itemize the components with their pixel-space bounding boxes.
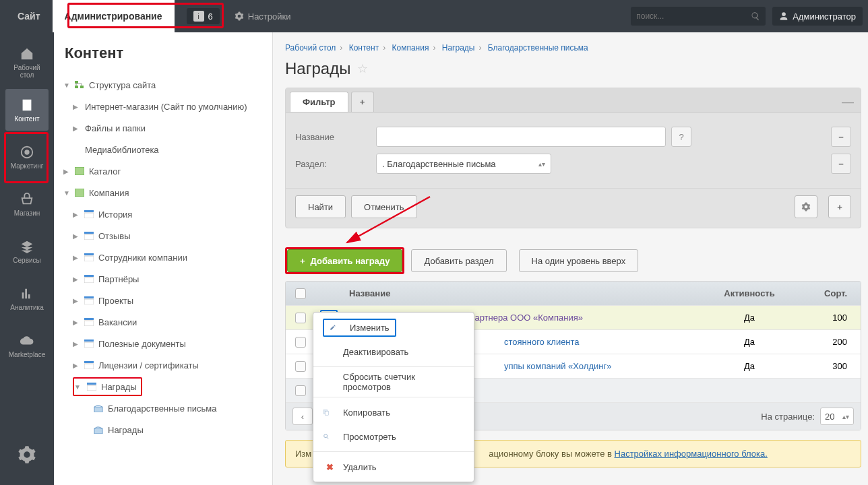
ctx-reset[interactable]: Сбросить счетчик просмотров <box>313 370 474 394</box>
rail-shop[interactable]: Магазин <box>5 183 49 225</box>
tree-label: Проекты <box>98 296 133 306</box>
filter-tab[interactable]: Фильтр <box>290 92 348 112</box>
row-checkbox[interactable] <box>295 313 306 323</box>
star-icon[interactable]: ☆ <box>357 61 368 76</box>
col-name[interactable]: Название <box>342 282 699 305</box>
search-input[interactable] <box>636 11 751 21</box>
gear-icon <box>18 445 36 464</box>
row-sort: 100 <box>800 306 861 329</box>
crumb[interactable]: Рабочий стол <box>285 43 336 53</box>
svg-rect-9 <box>84 232 94 234</box>
per-page-select[interactable]: 20 ▴▾ <box>820 408 854 425</box>
crumb[interactable]: Компания <box>392 43 429 53</box>
tree-reviews[interactable]: ▶Отзывы <box>61 225 266 247</box>
cloud-icon <box>18 333 36 348</box>
header-checkbox[interactable] <box>295 288 306 299</box>
user-label: Администратор <box>793 11 856 22</box>
tab-site[interactable]: Сайт <box>5 0 53 32</box>
tree-staff[interactable]: ▶Сотрудники компании <box>61 247 266 268</box>
document-icon <box>18 98 36 112</box>
rail-settings[interactable] <box>5 435 49 477</box>
btn-label: Добавить награду <box>311 256 390 266</box>
filter-panel: Фильтр + — Название ? − Раздел: . Благод… <box>285 88 861 228</box>
tree-label: История <box>98 209 132 220</box>
help-icon[interactable]: ? <box>671 127 691 147</box>
svg-rect-12 <box>84 256 94 261</box>
tree-company[interactable]: ▼Компания <box>61 182 266 203</box>
tree-media[interactable]: Медиабиблиотека <box>61 139 266 160</box>
svg-rect-7 <box>84 210 94 212</box>
search-box[interactable] <box>631 7 766 26</box>
rail-desktop[interactable]: Рабочий стол <box>5 42 49 84</box>
ctx-label: Сбросить счетчик просмотров <box>343 372 464 392</box>
tree-shop[interactable]: ▶Интернет-магазин (Сайт по умолчанию) <box>61 96 266 117</box>
tree-awards[interactable]: ▼Награды <box>61 376 266 397</box>
tree-projects[interactable]: ▶Проекты <box>61 290 266 311</box>
tree-label: Сотрудники компании <box>98 253 187 263</box>
context-menu: Изменить Деактивировать Сбросить счетчик… <box>313 312 474 482</box>
info-link[interactable]: Настройках информационного блока. <box>615 449 768 459</box>
add-section-button[interactable]: Добавить раздел <box>411 249 506 272</box>
cog-button[interactable] <box>795 195 817 218</box>
tree-label: Отзывы <box>98 231 131 241</box>
collapse-filter[interactable]: — <box>842 95 854 109</box>
svg-rect-11 <box>84 253 94 255</box>
tree-catalog[interactable]: ▶Каталог <box>61 160 266 182</box>
col-sort[interactable]: Сорт. <box>800 282 861 305</box>
tree-awards2[interactable]: Награды <box>61 419 266 441</box>
ctx-view[interactable]: Просмотреть <box>313 424 474 449</box>
view-icon <box>323 432 336 441</box>
tree-label: Награды <box>108 425 144 435</box>
svg-rect-21 <box>84 361 94 363</box>
rail-analytics[interactable]: Аналитика <box>5 278 49 319</box>
crumb[interactable]: Благодарственные письма <box>488 43 588 53</box>
tree-files[interactable]: ▶Файлы и папки <box>61 117 266 139</box>
tree-partners[interactable]: ▶Партнёры <box>61 268 266 290</box>
tree-licenses[interactable]: ▶Лицензии / сертификаты <box>61 354 266 376</box>
svg-rect-15 <box>84 296 94 298</box>
ctx-edit[interactable]: Изменить <box>313 315 474 340</box>
row-checkbox[interactable] <box>295 337 306 348</box>
add-row-button[interactable]: + <box>828 195 851 218</box>
row-checkbox[interactable] <box>295 361 306 372</box>
per-page-label: На странице: <box>761 412 815 422</box>
svg-rect-14 <box>84 278 94 283</box>
prev-page[interactable]: ‹ <box>292 408 313 425</box>
footer-checkbox[interactable] <box>295 385 306 396</box>
rail-content[interactable]: Контент <box>5 89 49 131</box>
tree-struct[interactable]: ▼Структура сайта <box>61 74 266 96</box>
ctx-deactivate[interactable]: Деактивировать <box>313 340 474 364</box>
add-filter-tab[interactable]: + <box>351 92 374 112</box>
svg-rect-5 <box>75 167 84 175</box>
tree-history[interactable]: ▶История <box>61 203 266 225</box>
btn-label: Найти <box>308 202 333 212</box>
settings-link[interactable]: Настройки <box>235 11 291 22</box>
user-menu[interactable]: Администратор <box>772 7 863 26</box>
find-button[interactable]: Найти <box>295 195 346 218</box>
add-award-button[interactable]: +Добавить награду <box>287 249 402 272</box>
highlight-admin <box>67 3 224 28</box>
svg-rect-10 <box>84 234 94 240</box>
rail-services[interactable]: Сервисы <box>5 230 49 272</box>
plus-icon: + <box>300 256 305 266</box>
tree-letters[interactable]: Благодарственные письма <box>61 397 266 419</box>
cancel-button[interactable]: Отменить <box>351 195 416 218</box>
tree-vacancies[interactable]: ▶Вакансии <box>61 311 266 333</box>
col-active[interactable]: Активность <box>699 282 800 305</box>
ctx-copy[interactable]: Копировать <box>313 400 474 424</box>
remove-row-button[interactable]: − <box>831 154 851 174</box>
row-name[interactable]: стоянного клиента <box>504 337 580 347</box>
tree-docs[interactable]: ▶Полезные документы <box>61 333 266 354</box>
ctx-delete[interactable]: ✖Удалить <box>313 455 474 479</box>
crumb[interactable]: Награды <box>442 43 475 53</box>
rail-marketplace[interactable]: Marketplace <box>5 325 49 366</box>
btn-label: Отменить <box>364 202 404 212</box>
remove-row-button[interactable]: − <box>831 127 851 147</box>
filter-section-select[interactable]: . Благодарственные письма ▴▾ <box>376 154 551 174</box>
rail-label: Аналитика <box>10 304 44 311</box>
row-name[interactable]: уппы компаний «Холдинг» <box>504 361 611 371</box>
up-level-button[interactable]: На один уровень вверх <box>519 249 639 272</box>
filter-name-input[interactable] <box>376 127 666 147</box>
ctx-label: Просмотреть <box>343 432 396 442</box>
crumb[interactable]: Контент <box>349 43 379 53</box>
